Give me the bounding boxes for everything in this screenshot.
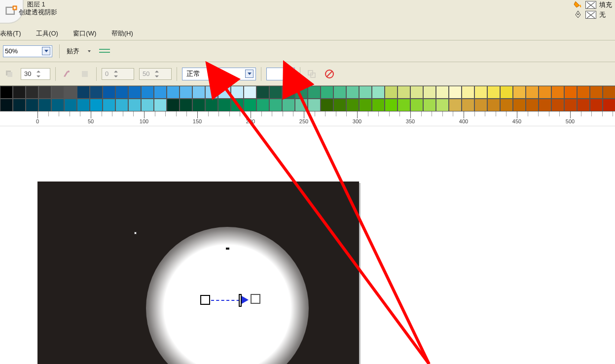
palette-swatch[interactable]	[564, 86, 577, 99]
palette-swatch[interactable]	[282, 99, 295, 111]
palette-swatch[interactable]	[410, 86, 423, 99]
palette-swatch[interactable]	[0, 86, 13, 99]
shadow-preset-icon[interactable]	[3, 68, 16, 80]
palette-swatch[interactable]	[231, 99, 244, 111]
palette-swatch[interactable]	[64, 99, 77, 111]
canvas-area[interactable]	[0, 126, 615, 364]
color-palette-row-2[interactable]	[0, 99, 615, 111]
palette-swatch[interactable]	[398, 99, 410, 111]
palette-swatch[interactable]	[474, 99, 487, 111]
palette-swatch[interactable]	[192, 99, 205, 111]
palette-swatch[interactable]	[372, 86, 385, 99]
palette-swatch[interactable]	[282, 86, 295, 99]
palette-swatch[interactable]	[385, 99, 398, 111]
palette-swatch[interactable]	[77, 99, 90, 111]
palette-swatch[interactable]	[321, 86, 333, 99]
palette-swatch[interactable]	[564, 99, 577, 111]
palette-swatch[interactable]	[0, 99, 13, 111]
palette-swatch[interactable]	[321, 99, 333, 111]
palette-swatch[interactable]	[577, 86, 590, 99]
palette-swatch[interactable]	[423, 99, 436, 111]
palette-swatch[interactable]	[90, 86, 103, 99]
palette-swatch[interactable]	[218, 99, 231, 111]
palette-swatch[interactable]	[590, 86, 603, 99]
palette-swatch[interactable]	[500, 99, 513, 111]
palette-swatch[interactable]	[526, 86, 539, 99]
palette-swatch[interactable]	[551, 86, 564, 99]
snap-options-icon[interactable]	[99, 47, 110, 56]
palette-swatch[interactable]	[64, 86, 77, 99]
palette-swatch[interactable]	[26, 86, 38, 99]
palette-swatch[interactable]	[90, 99, 103, 111]
palette-swatch[interactable]	[436, 86, 449, 99]
color-palette-row-1[interactable]	[0, 86, 615, 99]
palette-swatch[interactable]	[103, 86, 115, 99]
palette-swatch[interactable]	[77, 86, 90, 99]
snap-dropdown-icon[interactable]	[86, 47, 92, 56]
palette-swatch[interactable]	[474, 86, 487, 99]
palette-swatch[interactable]	[51, 99, 64, 111]
menu-help[interactable]: 帮助(H)	[111, 30, 133, 37]
selection-mid-handle[interactable]	[226, 248, 229, 250]
palette-swatch[interactable]	[359, 99, 372, 111]
palette-swatch[interactable]	[308, 86, 321, 99]
menu-tools[interactable]: 工具(O)	[36, 30, 58, 37]
palette-swatch[interactable]	[385, 86, 398, 99]
palette-swatch[interactable]	[167, 99, 180, 111]
palette-swatch[interactable]	[603, 86, 615, 99]
palette-swatch[interactable]	[205, 86, 218, 99]
palette-swatch[interactable]	[13, 99, 26, 111]
palette-swatch[interactable]	[603, 99, 615, 111]
selection-handle[interactable]	[134, 232, 137, 234]
palette-swatch[interactable]	[115, 99, 128, 111]
palette-swatch[interactable]	[539, 86, 551, 99]
feather-field[interactable]: 30	[21, 68, 50, 80]
palette-swatch[interactable]	[128, 86, 141, 99]
palette-swatch[interactable]	[359, 86, 372, 99]
palette-swatch[interactable]	[141, 99, 154, 111]
palette-swatch[interactable]	[487, 86, 500, 99]
palette-swatch[interactable]	[346, 99, 359, 111]
palette-swatch[interactable]	[180, 99, 192, 111]
chevron-down-icon[interactable]	[42, 47, 50, 55]
palette-swatch[interactable]	[269, 99, 282, 111]
palette-swatch[interactable]	[38, 99, 51, 111]
shadow-start-handle[interactable]	[200, 295, 210, 305]
palette-swatch[interactable]	[513, 99, 526, 111]
edge-icon[interactable]	[78, 68, 91, 80]
palette-swatch[interactable]	[462, 99, 474, 111]
palette-swatch[interactable]	[398, 86, 410, 99]
stroke-swatch-none[interactable]	[585, 11, 596, 19]
palette-swatch[interactable]	[51, 86, 64, 99]
palette-swatch[interactable]	[128, 99, 141, 111]
palette-swatch[interactable]	[449, 99, 462, 111]
palette-swatch[interactable]	[526, 99, 539, 111]
direction-icon[interactable]	[61, 68, 73, 80]
palette-swatch[interactable]	[167, 86, 180, 99]
palette-swatch[interactable]	[231, 86, 244, 99]
shadow-slider-handle[interactable]	[239, 294, 242, 307]
chevron-down-icon[interactable]	[245, 70, 253, 78]
palette-swatch[interactable]	[26, 99, 38, 111]
palette-swatch[interactable]	[180, 86, 192, 99]
spinner-icon[interactable]	[35, 70, 42, 78]
palette-swatch[interactable]	[346, 86, 359, 99]
palette-swatch[interactable]	[436, 99, 449, 111]
copy-shadow-icon[interactable]	[305, 68, 318, 80]
palette-swatch[interactable]	[13, 86, 26, 99]
menu-table[interactable]: 表格(T)	[0, 30, 21, 37]
artboard[interactable]	[37, 182, 359, 364]
palette-swatch[interactable]	[115, 86, 128, 99]
blend-mode-combo[interactable]: 正常	[182, 68, 256, 80]
palette-swatch[interactable]	[372, 99, 385, 111]
palette-swatch[interactable]	[244, 99, 256, 111]
palette-swatch[interactable]	[256, 99, 269, 111]
palette-swatch[interactable]	[295, 86, 308, 99]
palette-swatch[interactable]	[192, 86, 205, 99]
palette-swatch[interactable]	[577, 99, 590, 111]
palette-swatch[interactable]	[205, 99, 218, 111]
snap-label[interactable]: 贴齐	[67, 47, 79, 56]
fill-swatch-none[interactable]	[585, 1, 596, 9]
palette-swatch[interactable]	[103, 99, 115, 111]
palette-swatch[interactable]	[244, 86, 256, 99]
